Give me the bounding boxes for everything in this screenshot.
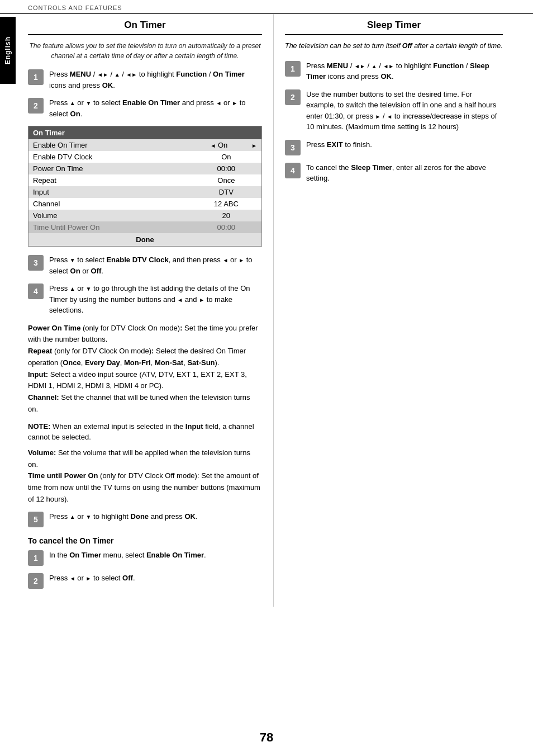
cancel-title: To cancel the On Timer — [28, 536, 262, 545]
sleep-step-number-3: 3 — [285, 140, 301, 155]
table-row: Repeat Once — [28, 174, 262, 186]
sleep-step-4-text: To cancel the Sleep Timer, enter all zer… — [306, 162, 503, 184]
cancel-step-1: 1 In the On Timer menu, select Enable On… — [28, 550, 262, 566]
step-number-5: 5 — [28, 512, 44, 527]
step-number-4: 4 — [28, 284, 44, 299]
on-timer-step-2: 2 Press or to select Enable On Timer and… — [28, 97, 262, 119]
right-column: Sleep Timer The television can be set to… — [274, 14, 514, 607]
step-2-text: Press or to select Enable On Timer and p… — [49, 97, 262, 119]
page-header: CONTROLS AND FEATURES — [0, 0, 533, 14]
sleep-step-4: 4 To cancel the Sleep Timer, enter all z… — [285, 162, 503, 184]
table-row-highlight: Time Until Power On 00:00 — [28, 221, 262, 233]
sleep-step-2: 2 Use the number buttons to set the desi… — [285, 89, 503, 133]
on-timer-step-3: 3 Press to select Enable DTV Clock, and … — [28, 254, 262, 276]
table-value: On — [191, 139, 247, 151]
on-timer-table: On Timer Enable On Timer On Enable DTV C… — [28, 126, 262, 247]
table-done-row: Done — [28, 233, 262, 247]
table-label: Enable On Timer — [28, 139, 191, 151]
table-value: 20 — [191, 210, 262, 221]
sleep-step-1-text: Press MENU / / / to highlight Function /… — [306, 60, 503, 82]
sleep-step-number-1: 1 — [285, 61, 301, 77]
table-value: DTV — [191, 186, 262, 198]
table-done-label: Done — [28, 233, 262, 247]
on-timer-step-5: 5 Press or to highlight Done and press O… — [28, 511, 262, 527]
cancel-step-number-1: 1 — [28, 550, 44, 566]
sleep-timer-title: Sleep Timer — [285, 20, 503, 35]
page-number: 78 — [260, 730, 273, 745]
table-row: Enable DTV Clock On — [28, 151, 262, 163]
table-row: Volume 20 — [28, 210, 262, 221]
note-block: NOTE: When an external input is selected… — [28, 421, 262, 443]
sleep-step-3: 3 Press EXIT to finish. — [285, 139, 503, 155]
step-number-1: 1 — [28, 69, 44, 85]
step-number-3: 3 — [28, 255, 44, 271]
sleep-step-3-text: Press EXIT to finish. — [306, 139, 372, 150]
step-number-2: 2 — [28, 98, 44, 114]
sidebar-tab: English — [0, 17, 16, 84]
table-label: Time Until Power On — [28, 221, 191, 233]
table-value: Once — [191, 174, 262, 186]
table-label: Volume — [28, 210, 191, 221]
table-row: Input DTV — [28, 186, 262, 198]
step4-detail-block: Power On Time (only for DTV Clock On mod… — [28, 323, 262, 415]
cancel-section: To cancel the On Timer 1 In the On Timer… — [28, 536, 262, 589]
table-label: Input — [28, 186, 191, 198]
on-timer-step-1: 1 Press MENU / / / to highlight Function… — [28, 69, 262, 91]
step-3-text: Press to select Enable DTV Clock, and th… — [49, 254, 262, 276]
power-on-time-detail: Power On Time (only for DTV Clock On mod… — [28, 323, 262, 415]
table-label: Enable DTV Clock — [28, 151, 191, 163]
sleep-step-2-text: Use the number buttons to set the desire… — [306, 89, 503, 133]
on-timer-title: On Timer — [28, 20, 262, 35]
table-row: Power On Time 00:00 — [28, 163, 262, 174]
table-arrow — [247, 139, 261, 151]
table-value: 00:00 — [191, 163, 262, 174]
sleep-step-number-2: 2 — [285, 89, 301, 105]
on-timer-intro: The feature allows you to set the televi… — [28, 41, 262, 61]
cancel-step-2-text: Press or to select Off. — [49, 573, 135, 584]
table-title: On Timer — [28, 126, 262, 140]
table-label: Channel — [28, 198, 191, 210]
sleep-timer-intro: The television can be set to turn itself… — [285, 41, 503, 51]
sleep-step-1: 1 Press MENU / / / to highlight Function… — [285, 60, 503, 82]
table-header: On Timer — [28, 126, 262, 140]
sleep-step-number-4: 4 — [285, 163, 301, 178]
step-5-text: Press or to highlight Done and press OK. — [49, 511, 198, 522]
table-value: 00:00 — [191, 221, 262, 233]
table-label: Repeat — [28, 174, 191, 186]
table-value: 12 ABC — [191, 198, 262, 210]
table-label: Power On Time — [28, 163, 191, 174]
cancel-step-2: 2 Press or to select Off. — [28, 573, 262, 589]
left-column: On Timer The feature allows you to set t… — [17, 14, 274, 607]
table-row: Enable On Timer On — [28, 139, 262, 151]
cancel-step-1-text: In the On Timer menu, select Enable On T… — [49, 550, 206, 561]
on-timer-step-4: 4 Press or to go through the list adding… — [28, 283, 262, 316]
table-row: Channel 12 ABC — [28, 198, 262, 210]
step-4-text: Press or to go through the list adding t… — [49, 283, 262, 316]
cancel-step-number-2: 2 — [28, 573, 44, 589]
volume-time-detail: Volume: Set the volume that will be appl… — [28, 447, 262, 505]
table-value: On — [191, 151, 262, 163]
step-1-text: Press MENU / / / to highlight Function /… — [49, 69, 262, 91]
